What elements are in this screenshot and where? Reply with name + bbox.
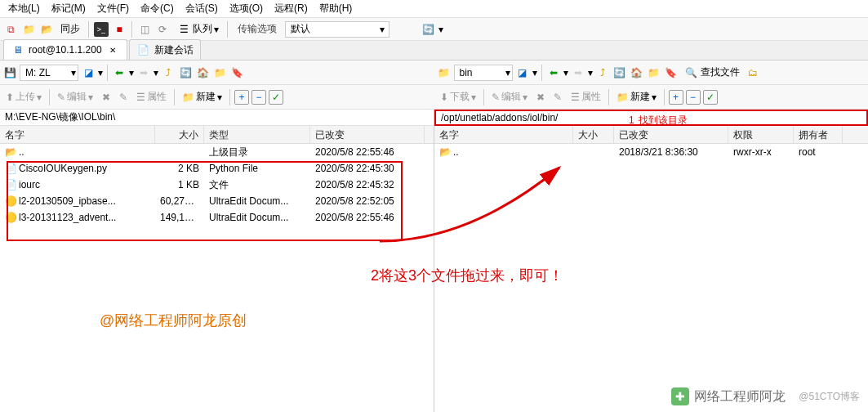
sync-button[interactable]: 同步 — [57, 20, 83, 38]
col-perm[interactable]: 权限 — [728, 126, 794, 143]
col-type[interactable]: 类型 — [204, 126, 310, 143]
rename-icon[interactable]: ✎ — [116, 90, 131, 105]
right-actions: ⬇下载 ▾ ✎编辑 ▾ ✖ ✎ ☰属性 📁新建 ▾ + − ✓ — [434, 85, 869, 110]
minus-icon[interactable]: − — [251, 90, 266, 105]
drive-icon: 💾 — [2, 65, 17, 80]
plus-icon[interactable]: + — [234, 90, 249, 105]
delete-icon[interactable]: ✖ — [99, 90, 114, 105]
col-size[interactable]: 大小 — [573, 126, 614, 143]
left-path[interactable]: M:\EVE-NG\镜像\IOL\bin\ — [0, 110, 434, 126]
transfer-preset-select[interactable]: ▾ — [285, 21, 389, 38]
filter-icon[interactable]: ◪ — [81, 65, 96, 80]
left-pane: M:\EVE-NG\镜像\IOL\bin\ 名字 大小 类型 已改变 📂.. 上… — [0, 110, 434, 412]
right-file-list[interactable]: 📂.. 2018/3/21 8:36:30 rwxr-xr-x root — [434, 144, 868, 412]
close-icon[interactable]: ✕ — [105, 43, 120, 57]
left-actions: ⬆上传 ▾ ✎编辑 ▾ ✖ ✎ ☰属性 📁新建 ▾ + − ✓ — [0, 85, 434, 110]
refresh2-icon[interactable]: 🔄 — [178, 65, 193, 80]
right-path[interactable]: /opt/unetlab/addons/iol/bin/ — [434, 110, 868, 126]
menu-remote[interactable]: 远程(R) — [269, 0, 313, 17]
col-changed[interactable]: 已改变 — [310, 126, 425, 143]
file-row[interactable]: 🟡l2-20130509_ipbase...60,277 ...UltraEdi… — [0, 193, 434, 209]
file-panes: M:\EVE-NG\镜像\IOL\bin\ 名字 大小 类型 已改变 📂.. 上… — [0, 110, 868, 412]
file-row[interactable]: 🟡l3-20131123_advent...149,100...UltraEdi… — [0, 209, 434, 226]
check-icon[interactable]: ✓ — [269, 90, 283, 105]
compare-icon[interactable]: ⧉ — [3, 22, 18, 37]
queue-icon: ☰ — [176, 22, 191, 37]
session-tabs: 🖥 root@10.1.1.200 ✕ 📄 新建会话 — [0, 41, 868, 60]
find-icon: 🔍 — [684, 65, 699, 80]
col-name[interactable]: 名字 — [434, 126, 573, 143]
menu-cmd[interactable]: 命令(C) — [136, 0, 179, 17]
props-button[interactable]: ☰属性 — [133, 88, 170, 105]
menu-mark[interactable]: 标记(M) — [47, 0, 91, 17]
stop-icon[interactable]: ■ — [112, 22, 127, 37]
queue-button[interactable]: ☰ 队列 ▾ — [173, 20, 222, 38]
col-changed[interactable]: 已改变 — [614, 126, 728, 143]
menu-local[interactable]: 本地(L) — [3, 0, 45, 17]
folder-icon: 📁 — [437, 65, 452, 80]
edit-button[interactable]: ✎编辑 ▾ — [488, 88, 531, 105]
hidden-icon[interactable]: ◫ — [137, 22, 152, 37]
up-icon[interactable]: ⤴ — [595, 65, 610, 80]
terminal-icon[interactable]: >_ — [94, 22, 109, 37]
parent-dir-row[interactable]: 📂.. 上级目录 2020/5/8 22:55:46 — [0, 144, 434, 160]
reconnect-icon[interactable]: 🔄 — [421, 22, 435, 37]
tree-icon[interactable]: 🗂 — [746, 65, 760, 80]
root-icon[interactable]: 📁 — [647, 65, 661, 80]
edit-button[interactable]: ✎编辑 ▾ — [54, 88, 96, 105]
refresh-icon[interactable]: ⟳ — [155, 22, 170, 37]
tab-session-1[interactable]: 🖥 root@10.1.1.200 ✕ — [3, 39, 127, 60]
find-button[interactable]: 🔍 查找文件 — [681, 64, 743, 82]
monitor-icon: 🖥 — [11, 43, 25, 57]
col-size[interactable]: 大小 — [155, 126, 204, 143]
file-icon: 🟡 — [5, 212, 16, 223]
sync-browse-icon[interactable]: 📁 — [21, 22, 36, 37]
remote-dir-select[interactable]: ▾ — [454, 65, 513, 81]
rename-icon[interactable]: ✎ — [550, 90, 565, 105]
props-button[interactable]: ☰属性 — [568, 88, 604, 105]
home-icon[interactable]: 🏠 — [630, 65, 644, 80]
menu-session[interactable]: 会话(S) — [180, 0, 223, 17]
main-toolbar: ⧉ 📁 📂 同步 >_ ■ ◫ ⟳ ☰ 队列 ▾ 传输选项 ▾ 🔄 ▾ — [0, 18, 868, 41]
new-button[interactable]: 📁新建 ▾ — [613, 88, 660, 105]
right-header: 名字 大小 已改变 权限 拥有者 — [434, 126, 868, 144]
up-icon[interactable]: ⤴ — [161, 65, 176, 80]
new-button[interactable]: 📁新建 ▾ — [179, 88, 225, 105]
file-row[interactable]: 📄CiscoIOUKeygen.py2 KBPython File2020/5/… — [0, 160, 434, 177]
file-row[interactable]: 📄iourc1 KB文件2020/5/8 22:45:32 — [0, 177, 434, 193]
menu-options[interactable]: 选项(O) — [225, 0, 268, 17]
col-name[interactable]: 名字 — [0, 126, 155, 143]
tab-new-session[interactable]: 📄 新建会话 — [129, 39, 201, 60]
download-button[interactable]: ⬇下载 ▾ — [437, 88, 479, 105]
col-owner[interactable]: 拥有者 — [794, 126, 843, 143]
filter-icon[interactable]: ◪ — [515, 65, 530, 80]
refresh2-icon[interactable]: 🔄 — [612, 65, 627, 80]
bookmark-icon[interactable]: 🔖 — [664, 65, 679, 80]
fwd-icon[interactable]: ➡ — [136, 65, 151, 80]
home-icon[interactable]: 🏠 — [195, 65, 210, 80]
up-folder-icon: 📂 — [5, 146, 16, 158]
plus-icon[interactable]: + — [669, 90, 683, 105]
minus-icon[interactable]: − — [686, 90, 701, 105]
delete-icon[interactable]: ✖ — [533, 90, 548, 105]
file-icon: 📄 — [5, 179, 16, 190]
left-file-list[interactable]: 📂.. 上级目录 2020/5/8 22:55:46 📄CiscoIOUKeyg… — [0, 144, 434, 412]
back-icon[interactable]: ⬅ — [112, 65, 127, 80]
menu-file[interactable]: 文件(F) — [92, 0, 134, 17]
folder-icon[interactable]: 📂 — [39, 22, 54, 37]
parent-dir-row[interactable]: 📂.. 2018/3/21 8:36:30 rwxr-xr-x root — [434, 144, 868, 160]
file-icon: 🟡 — [5, 195, 16, 207]
left-header: 名字 大小 类型 已改变 — [0, 126, 434, 144]
left-nav: 💾 ▾ ◪ ▾ ⬅ ▾ ➡ ▾ ⤴ 🔄 🏠 📁 🔖 — [0, 60, 434, 85]
bookmark-icon[interactable]: 🔖 — [229, 65, 244, 80]
check-icon[interactable]: ✓ — [703, 90, 718, 105]
right-nav: 📁 ▾ ◪ ▾ ⬅ ▾ ➡ ▾ ⤴ 🔄 🏠 📁 🔖 🔍 查找文件 🗂 — [434, 60, 869, 85]
drive-select[interactable]: ▾ — [20, 65, 78, 81]
menu-help[interactable]: 帮助(H) — [314, 0, 358, 17]
upload-button[interactable]: ⬆上传 ▾ — [2, 88, 45, 105]
root-icon[interactable]: 📁 — [212, 65, 227, 80]
fwd-icon[interactable]: ➡ — [571, 65, 585, 80]
back-icon[interactable]: ⬅ — [546, 65, 561, 80]
up-folder-icon: 📂 — [439, 146, 451, 158]
new-session-icon: 📄 — [136, 43, 151, 57]
